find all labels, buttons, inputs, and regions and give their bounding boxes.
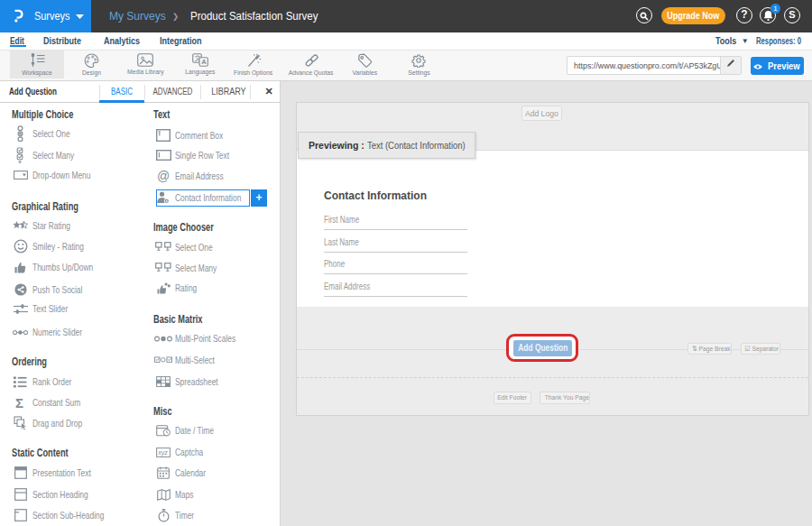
svg-text:A: A xyxy=(201,58,207,66)
svg-text:@: @ xyxy=(157,170,170,183)
svg-text:xyz: xyz xyxy=(157,448,168,456)
svg-text:Σ: Σ xyxy=(15,396,23,410)
